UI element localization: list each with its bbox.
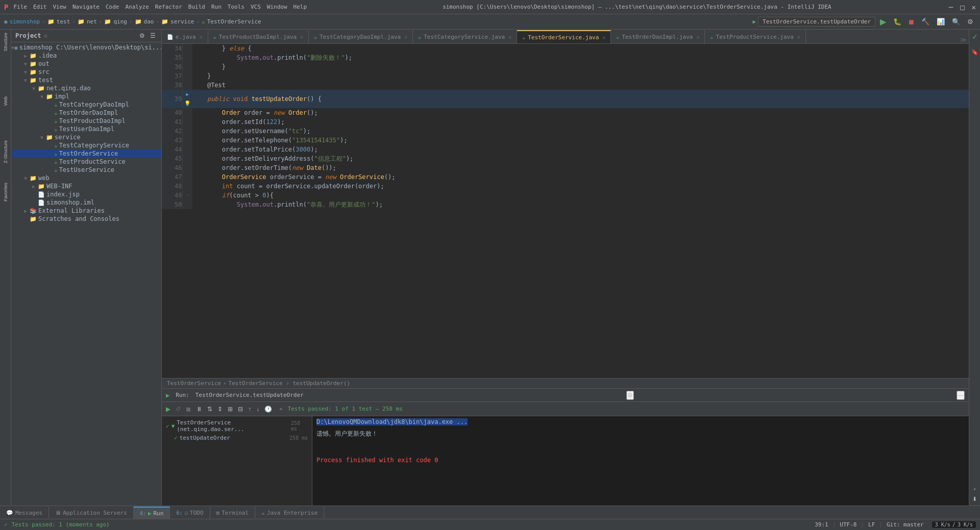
menu-refactor[interactable]: Refactor bbox=[155, 4, 182, 10]
rerun-failed-button[interactable]: ↺ bbox=[174, 405, 183, 414]
tab-close-icon[interactable]: ✕ bbox=[300, 34, 303, 40]
bottom-tab-app-servers[interactable]: 🖥 Application Servers bbox=[49, 507, 134, 519]
tab-close-icon[interactable]: ✕ bbox=[696, 34, 699, 40]
menu-analyze[interactable]: Analyze bbox=[125, 4, 149, 10]
sidebar-layout-icon[interactable]: ☰ bbox=[149, 32, 157, 40]
tab-ejava[interactable]: 📄 e.java ✕ bbox=[162, 30, 208, 43]
right-strip-arrow[interactable]: › bbox=[973, 485, 977, 493]
sort-button[interactable]: ⇅ bbox=[205, 405, 214, 414]
tree-item-testorderdaoimpl[interactable]: ☕ TestOrderDaoImpl bbox=[11, 109, 161, 117]
console-output[interactable]: D:\LenovoQMDownload\jdk8\bin\java.exe ..… bbox=[312, 416, 969, 506]
sort2-button[interactable]: ⇕ bbox=[215, 405, 225, 414]
tree-item-service[interactable]: 📁 service bbox=[11, 133, 161, 141]
rerun-button[interactable]: ▶ bbox=[164, 405, 173, 414]
menu-edit[interactable]: Edit bbox=[33, 4, 47, 10]
nav-simonshop[interactable]: simonshop bbox=[10, 18, 40, 25]
bottom-tab-todo[interactable]: 6: ☑ TODO bbox=[170, 507, 210, 519]
build-button[interactable]: 🔨 bbox=[919, 16, 932, 27]
pause-button[interactable]: ⏸ bbox=[194, 405, 204, 414]
tree-item-testcategorydaoimpl[interactable]: ☕ TestCategoryDaoImpl bbox=[11, 100, 161, 109]
right-strip-download[interactable]: ⬇ bbox=[971, 495, 978, 503]
menu-vcs[interactable]: VCS bbox=[251, 4, 261, 10]
right-strip-bookmark[interactable]: 🔖 bbox=[970, 48, 979, 57]
tab-close-icon[interactable]: ✕ bbox=[508, 34, 511, 40]
right-strip-check-icon[interactable]: ✓ bbox=[971, 32, 979, 42]
menu-code[interactable]: Code bbox=[106, 4, 119, 10]
menu-window[interactable]: Window bbox=[267, 4, 287, 10]
maximize-button[interactable]: □ bbox=[960, 3, 964, 11]
tab-close-icon[interactable]: ✕ bbox=[602, 35, 605, 40]
tabs-overflow-icon[interactable]: ≫ bbox=[960, 36, 967, 43]
menu-build[interactable]: Build bbox=[188, 4, 205, 10]
tree-item-out[interactable]: 📁 out bbox=[11, 60, 161, 68]
nav-service[interactable]: service bbox=[170, 18, 194, 25]
tab-testorderdaoimpl[interactable]: ☕ TestOrderDaoImpl.java ✕ bbox=[611, 30, 705, 43]
tree-item-src[interactable]: 📁 src bbox=[11, 68, 161, 76]
collapse-button[interactable]: ⊟ bbox=[236, 405, 245, 414]
tree-item-impl[interactable]: 📁 impl bbox=[11, 92, 161, 100]
nav-qing[interactable]: qing bbox=[113, 18, 127, 25]
tree-item-testproductdaoimpl[interactable]: ☕ TestProductDaoImpl bbox=[11, 117, 161, 125]
nav-net[interactable]: net bbox=[87, 18, 97, 25]
tree-item-scratches[interactable]: 📁 Scratches and Consoles bbox=[11, 215, 161, 223]
menu-file[interactable]: File bbox=[13, 4, 27, 10]
tree-item-simonshopxml[interactable]: 📄 simonshop.iml bbox=[11, 198, 161, 207]
coverage-button[interactable]: 📊 bbox=[934, 16, 947, 27]
panel-settings-button[interactable]: ⚙ bbox=[626, 391, 634, 400]
menu-run[interactable]: Run bbox=[211, 4, 222, 10]
settings-button[interactable]: ⚙ bbox=[965, 16, 976, 27]
run-button[interactable]: ▶ bbox=[877, 15, 889, 28]
bottom-tab-terminal[interactable]: ⊞ Terminal bbox=[210, 507, 256, 519]
next-fail-button[interactable]: ↓ bbox=[254, 405, 261, 414]
debug-button[interactable]: 🐛 bbox=[891, 16, 904, 27]
tab-close-icon[interactable]: ✕ bbox=[200, 34, 203, 40]
structure-tab[interactable]: Structure bbox=[2, 32, 9, 53]
z-structure-tab[interactable]: Z-Structure bbox=[2, 139, 9, 164]
tree-item-idea[interactable]: 📁 .idea bbox=[11, 52, 161, 60]
tree-item-testuserservice[interactable]: ☕ TestUserService bbox=[11, 166, 161, 174]
tab-testproductdaoimpl[interactable]: ☕ TestProductDaoImpl.java ✕ bbox=[208, 30, 309, 43]
code-editor[interactable]: 34 } else { 35 System.out.println("删除失败！… bbox=[162, 44, 969, 378]
stop-run-button[interactable]: ◼ bbox=[184, 405, 193, 414]
bottom-tab-java-enterprise[interactable]: ☕ Java Enterprise bbox=[255, 507, 324, 519]
bottom-tab-run[interactable]: 4: ▶ Run bbox=[134, 507, 170, 519]
tree-item-testcategoryservice[interactable]: ☕ TestCategoryService bbox=[11, 141, 161, 149]
tree-item-indexjsp[interactable]: 📄 index.jsp bbox=[11, 190, 161, 198]
tree-item-test[interactable]: 📁 test bbox=[11, 76, 161, 84]
menu-tools[interactable]: Tools bbox=[228, 4, 244, 10]
tree-item-webinf[interactable]: 📁 WEB-INF bbox=[11, 182, 161, 190]
clock-button[interactable]: 🕐 bbox=[262, 405, 274, 414]
tree-item-testuserdaoimpl[interactable]: ☕ TestUserDaoImpl bbox=[11, 125, 161, 133]
prev-fail-button[interactable]: ↑ bbox=[246, 405, 253, 414]
web-tab[interactable]: Web bbox=[2, 95, 9, 107]
tree-item-testproductservice[interactable]: ☕ TestProductService bbox=[11, 158, 161, 166]
test-item-testupdateorder[interactable]: ✓ testUpdateOrder 258 ms bbox=[162, 434, 312, 442]
close-button[interactable]: ✕ bbox=[972, 3, 976, 11]
minimize-button[interactable]: ─ bbox=[949, 3, 953, 11]
test-item-root[interactable]: ✓ ▼ TestOrderService (net.qing.dao.ser..… bbox=[162, 418, 312, 434]
run-config-name[interactable]: TestOrderService.testUpdateOrder bbox=[758, 17, 875, 27]
tree-item-netqingdao[interactable]: 📁 net.qing.dao bbox=[11, 84, 161, 92]
menu-help[interactable]: Help bbox=[293, 4, 307, 10]
tab-testcategorydaoimpl[interactable]: ☕ TestCategoryDaoImpl.java ✕ bbox=[309, 30, 413, 43]
tab-testcategoryservice[interactable]: ☕ TestCategoryService.java ✕ bbox=[413, 30, 517, 43]
panel-close-button[interactable]: — bbox=[957, 391, 965, 400]
tree-item-web[interactable]: 📁 web bbox=[11, 174, 161, 182]
nav-dao[interactable]: dao bbox=[144, 18, 154, 25]
search-everywhere-button[interactable]: 🔍 bbox=[949, 16, 963, 27]
stop-button[interactable]: ◼ bbox=[906, 16, 917, 27]
menu-navigate[interactable]: Navigate bbox=[72, 4, 100, 10]
menu-view[interactable]: View bbox=[53, 4, 66, 10]
tab-close-icon[interactable]: ✕ bbox=[404, 34, 407, 40]
tab-close-icon[interactable]: ✕ bbox=[797, 34, 800, 40]
tree-item-testorderservice[interactable]: ☕ TestOrderService bbox=[11, 149, 161, 158]
nav-test[interactable]: test bbox=[57, 18, 70, 25]
bottom-tab-messages[interactable]: 💬 Messages bbox=[0, 507, 49, 519]
nav-testorderservice[interactable]: TestOrderService bbox=[207, 18, 261, 25]
tab-testorderservice[interactable]: ☕ TestOrderService.java ✕ bbox=[517, 30, 611, 43]
tree-item-simonshop[interactable]: ◉ simonshop C:\Users\lenovo\Desktop\si..… bbox=[11, 43, 161, 52]
expand-button[interactable]: ⊞ bbox=[226, 405, 235, 414]
tab-testproductservice[interactable]: ☕ TestProductService.java ✕ bbox=[705, 30, 805, 43]
sidebar-gear-icon[interactable]: ⚙ bbox=[138, 32, 146, 40]
tree-item-external-libraries[interactable]: 📚 External Libraries bbox=[11, 207, 161, 215]
